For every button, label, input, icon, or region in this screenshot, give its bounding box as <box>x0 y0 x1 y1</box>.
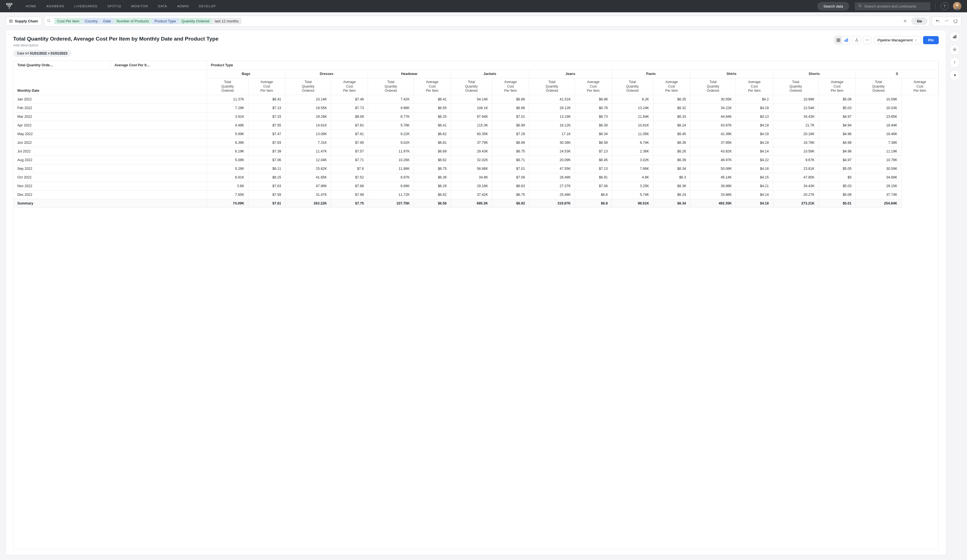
query-chip[interactable]: Cost Per Item <box>54 18 82 24</box>
svg-rect-22 <box>955 35 956 38</box>
table-row[interactable]: Dec 20227.65K$7.5931.47K$7.9811.72K$6.82… <box>13 191 939 199</box>
data-cell: $6.41 <box>414 121 451 130</box>
sub-header-acpi[interactable]: AverageCostPer Item <box>819 78 856 95</box>
sub-header-tqo[interactable]: TotalQuantityOrdered <box>856 78 901 95</box>
sub-header-acpi[interactable]: AverageCostPer Item <box>653 78 690 95</box>
table-row[interactable]: Apr 20224.48K$7.5514.61K$7.625.78K$6.411… <box>13 121 939 130</box>
reset-button[interactable] <box>952 18 959 25</box>
logo[interactable] <box>6 3 13 10</box>
sub-header-acpi[interactable]: AverageCostPer Item <box>414 78 451 95</box>
data-cell: 28.12K <box>529 104 575 112</box>
sub-header-acpi[interactable]: AverageCostPer Item <box>736 78 773 95</box>
query-chip[interactable]: last 12 months <box>212 18 241 24</box>
nav-develop[interactable]: DEVELOP <box>194 0 221 12</box>
sub-header-acpi[interactable]: AverageCostPer Item <box>249 78 285 95</box>
table-row[interactable]: Jun 20226.38K$7.837.31K$7.959.02K$6.8137… <box>13 138 939 147</box>
nav-monitor[interactable]: MONITOR <box>126 0 153 12</box>
table-view-button[interactable] <box>834 36 842 44</box>
product-type-header[interactable]: Headwear <box>368 70 451 78</box>
query-input[interactable]: Cost Per ItemCountryDateNumber of Produc… <box>44 16 929 26</box>
sub-header-tqo[interactable]: TotalQuantityOrdered <box>368 78 414 95</box>
sub-header-tqo[interactable]: TotalQuantityOrdered <box>285 78 331 95</box>
redo-button[interactable] <box>943 18 950 25</box>
product-type-header[interactable]: Shirts <box>690 70 773 78</box>
table-row[interactable]: Sep 20225.26K$8.1125.62K$7.611.96K$6.755… <box>13 165 939 173</box>
sub-header-acpi[interactable]: AverageCostPer Item <box>901 78 939 95</box>
table-row[interactable]: Jul 20226.19K$7.3911.47K$7.5711.97K$6.69… <box>13 147 939 156</box>
add-description[interactable]: Add description <box>13 43 831 47</box>
settings-button[interactable] <box>950 44 960 54</box>
data-cell: 20.27K <box>773 191 819 199</box>
data-source-selector[interactable]: Supply Chain <box>6 17 42 25</box>
data-cell: 6.77K <box>368 112 414 121</box>
sub-header-tqo[interactable]: TotalQuantityOrdered <box>612 78 653 95</box>
query-chip[interactable]: Country <box>82 18 101 24</box>
product-type-header[interactable]: Shorts <box>773 70 856 78</box>
data-cell: $4.21 <box>736 182 773 191</box>
nav-answers[interactable]: ANSWERS <box>41 0 69 12</box>
sub-header-tqo[interactable]: TotalQuantityOrdered <box>690 78 736 95</box>
sub-header-tqo[interactable]: TotalQuantityOrdered <box>451 78 492 95</box>
summary-cell: $6.56 <box>414 199 451 208</box>
data-cell: 9.67K <box>773 156 819 165</box>
info-button[interactable] <box>950 58 960 68</box>
chart-config-button[interactable] <box>950 31 960 42</box>
share-button[interactable] <box>853 36 861 44</box>
date-filter-pill[interactable]: Date >= 01/01/2022 < 01/01/2023 <box>13 50 71 57</box>
product-type-header[interactable]: Jackets <box>451 70 529 78</box>
pin-button[interactable]: Pin <box>923 36 939 44</box>
data-cell: 20.09K <box>529 156 575 165</box>
nav-home[interactable]: HOME <box>21 0 41 12</box>
col-tqo[interactable]: Total Quantity Orde… <box>13 61 111 70</box>
nav-liveboards[interactable]: LIVEBOARDS <box>69 0 102 12</box>
col-acpi[interactable]: Average Cost Per It… <box>111 61 207 70</box>
col-monthly-date[interactable]: Monthly Date <box>13 70 207 95</box>
data-cell: 29.15K <box>856 182 901 191</box>
go-button[interactable]: Go <box>911 17 927 25</box>
table-row[interactable]: Oct 20226.91K$8.1541.65K$7.526.97K$6.383… <box>13 173 939 182</box>
product-type-header[interactable]: Jeans <box>529 70 612 78</box>
sub-header-tqo[interactable]: TotalQuantityOrdered <box>529 78 575 95</box>
query-chip[interactable]: Date <box>101 18 114 24</box>
user-avatar[interactable] <box>953 2 961 10</box>
table-row[interactable]: Mar 20223.91K$7.3329.29K$8.086.77K$6.258… <box>13 112 939 121</box>
table-row[interactable]: Jan 202211.37K$8.4110.14K$7.467.42K$6.41… <box>13 95 939 104</box>
global-search-input[interactable] <box>864 4 927 8</box>
product-type-header[interactable]: S <box>856 70 939 78</box>
nav-spotiq[interactable]: SPOTIQ <box>102 0 126 12</box>
table-row[interactable]: Aug 20225.08K$7.0612.04K$7.7110.26K$6.62… <box>13 156 939 165</box>
col-product-type[interactable]: Product Type <box>207 61 939 70</box>
help-button[interactable]: ? <box>941 2 949 10</box>
summary-label: Summary <box>13 199 207 208</box>
data-cell: 23.85K <box>856 112 901 121</box>
data-cell: $8.08 <box>331 112 368 121</box>
summary-cell: 319.87K <box>529 199 575 208</box>
query-chip[interactable]: Quantity Ordered <box>179 18 212 24</box>
sub-header-acpi[interactable]: AverageCostPer Item <box>331 78 368 95</box>
product-type-header[interactable]: Dresses <box>285 70 368 78</box>
nav-admin[interactable]: ADMIN <box>172 0 194 12</box>
spotiq-button[interactable] <box>950 70 960 80</box>
pivot-table[interactable]: Total Quantity Orde…Average Cost Per It…… <box>13 61 939 549</box>
table-row[interactable]: May 20225.99K$7.4713.09K$7.919.22K$6.626… <box>13 130 939 138</box>
sub-header-acpi[interactable]: AverageCostPer Item <box>575 78 612 95</box>
global-search[interactable] <box>855 2 930 10</box>
search-data-button[interactable]: Search data <box>817 2 849 11</box>
product-type-header[interactable]: Bags <box>207 70 285 78</box>
sub-header-acpi[interactable]: AverageCostPer Item <box>492 78 529 95</box>
sub-header-tqo[interactable]: TotalQuantityOrdered <box>773 78 819 95</box>
more-options-button[interactable] <box>863 36 871 44</box>
query-chip[interactable]: Product Type <box>152 18 178 24</box>
pipeline-dropdown[interactable]: Pipeline Management <box>874 36 921 44</box>
data-cell: 37.85K <box>690 138 736 147</box>
nav-data[interactable]: DATA <box>153 0 172 12</box>
undo-button[interactable] <box>934 18 942 25</box>
query-chip[interactable]: Number of Products <box>114 18 152 24</box>
product-type-header[interactable]: Pants <box>612 70 690 78</box>
clear-query-button[interactable]: ✕ <box>901 18 909 24</box>
table-row[interactable]: Nov 20223.6K$7.6347.99K$7.886.69K$6.2929… <box>13 182 939 191</box>
sub-header-tqo[interactable]: TotalQuantityOrdered <box>207 78 249 95</box>
chart-view-button[interactable] <box>842 36 850 44</box>
data-cell: $6.96 <box>492 104 529 112</box>
table-row[interactable]: Feb 20227.28K$7.1318.55K$7.739.98K$6.551… <box>13 104 939 112</box>
